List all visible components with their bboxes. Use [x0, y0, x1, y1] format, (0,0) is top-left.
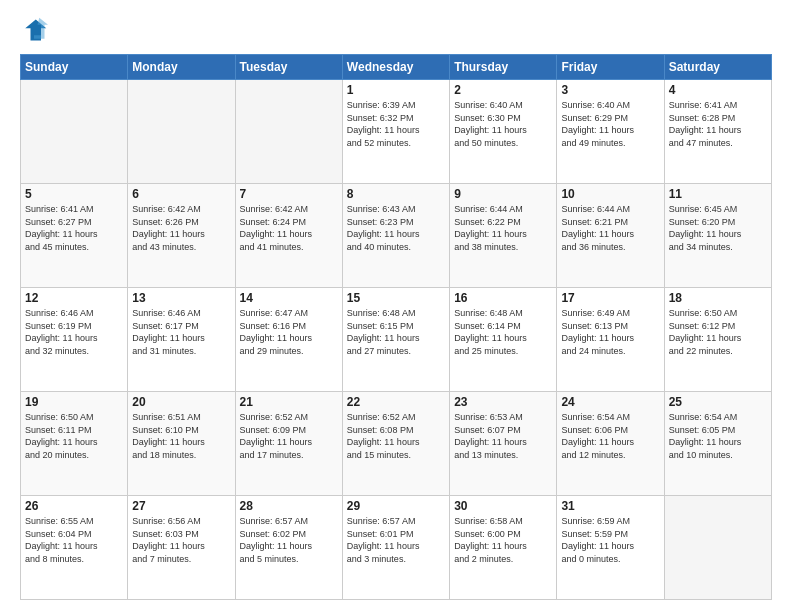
- day-number: 26: [25, 499, 123, 513]
- day-info: Sunrise: 6:49 AM Sunset: 6:13 PM Dayligh…: [561, 307, 659, 357]
- day-info: Sunrise: 6:44 AM Sunset: 6:21 PM Dayligh…: [561, 203, 659, 253]
- day-info: Sunrise: 6:46 AM Sunset: 6:19 PM Dayligh…: [25, 307, 123, 357]
- day-info: Sunrise: 6:57 AM Sunset: 6:01 PM Dayligh…: [347, 515, 445, 565]
- day-info: Sunrise: 6:58 AM Sunset: 6:00 PM Dayligh…: [454, 515, 552, 565]
- day-info: Sunrise: 6:57 AM Sunset: 6:02 PM Dayligh…: [240, 515, 338, 565]
- day-number: 21: [240, 395, 338, 409]
- day-info: Sunrise: 6:40 AM Sunset: 6:29 PM Dayligh…: [561, 99, 659, 149]
- col-header-wednesday: Wednesday: [342, 55, 449, 80]
- day-info: Sunrise: 6:51 AM Sunset: 6:10 PM Dayligh…: [132, 411, 230, 461]
- week-row-3: 12Sunrise: 6:46 AM Sunset: 6:19 PM Dayli…: [21, 288, 772, 392]
- col-header-sunday: Sunday: [21, 55, 128, 80]
- day-number: 2: [454, 83, 552, 97]
- day-info: Sunrise: 6:48 AM Sunset: 6:15 PM Dayligh…: [347, 307, 445, 357]
- day-number: 24: [561, 395, 659, 409]
- col-header-tuesday: Tuesday: [235, 55, 342, 80]
- day-number: 23: [454, 395, 552, 409]
- day-cell: 12Sunrise: 6:46 AM Sunset: 6:19 PM Dayli…: [21, 288, 128, 392]
- day-cell: 19Sunrise: 6:50 AM Sunset: 6:11 PM Dayli…: [21, 392, 128, 496]
- day-cell: 24Sunrise: 6:54 AM Sunset: 6:06 PM Dayli…: [557, 392, 664, 496]
- day-info: Sunrise: 6:41 AM Sunset: 6:28 PM Dayligh…: [669, 99, 767, 149]
- day-number: 9: [454, 187, 552, 201]
- col-header-thursday: Thursday: [450, 55, 557, 80]
- day-number: 11: [669, 187, 767, 201]
- day-number: 10: [561, 187, 659, 201]
- day-info: Sunrise: 6:50 AM Sunset: 6:11 PM Dayligh…: [25, 411, 123, 461]
- week-row-1: 1Sunrise: 6:39 AM Sunset: 6:32 PM Daylig…: [21, 80, 772, 184]
- day-info: Sunrise: 6:54 AM Sunset: 6:05 PM Dayligh…: [669, 411, 767, 461]
- day-info: Sunrise: 6:44 AM Sunset: 6:22 PM Dayligh…: [454, 203, 552, 253]
- day-cell: 21Sunrise: 6:52 AM Sunset: 6:09 PM Dayli…: [235, 392, 342, 496]
- logo-icon: [20, 16, 48, 44]
- day-number: 13: [132, 291, 230, 305]
- day-info: Sunrise: 6:53 AM Sunset: 6:07 PM Dayligh…: [454, 411, 552, 461]
- col-header-saturday: Saturday: [664, 55, 771, 80]
- day-cell: 1Sunrise: 6:39 AM Sunset: 6:32 PM Daylig…: [342, 80, 449, 184]
- day-info: Sunrise: 6:40 AM Sunset: 6:30 PM Dayligh…: [454, 99, 552, 149]
- col-header-friday: Friday: [557, 55, 664, 80]
- day-cell: 14Sunrise: 6:47 AM Sunset: 6:16 PM Dayli…: [235, 288, 342, 392]
- day-number: 28: [240, 499, 338, 513]
- day-info: Sunrise: 6:39 AM Sunset: 6:32 PM Dayligh…: [347, 99, 445, 149]
- day-cell: 9Sunrise: 6:44 AM Sunset: 6:22 PM Daylig…: [450, 184, 557, 288]
- day-cell: 26Sunrise: 6:55 AM Sunset: 6:04 PM Dayli…: [21, 496, 128, 600]
- day-number: 22: [347, 395, 445, 409]
- day-number: 7: [240, 187, 338, 201]
- day-cell: 16Sunrise: 6:48 AM Sunset: 6:14 PM Dayli…: [450, 288, 557, 392]
- day-cell: 29Sunrise: 6:57 AM Sunset: 6:01 PM Dayli…: [342, 496, 449, 600]
- week-row-5: 26Sunrise: 6:55 AM Sunset: 6:04 PM Dayli…: [21, 496, 772, 600]
- day-info: Sunrise: 6:50 AM Sunset: 6:12 PM Dayligh…: [669, 307, 767, 357]
- day-cell: [128, 80, 235, 184]
- day-cell: 2Sunrise: 6:40 AM Sunset: 6:30 PM Daylig…: [450, 80, 557, 184]
- day-number: 27: [132, 499, 230, 513]
- day-cell: 10Sunrise: 6:44 AM Sunset: 6:21 PM Dayli…: [557, 184, 664, 288]
- day-cell: 17Sunrise: 6:49 AM Sunset: 6:13 PM Dayli…: [557, 288, 664, 392]
- day-cell: 30Sunrise: 6:58 AM Sunset: 6:00 PM Dayli…: [450, 496, 557, 600]
- col-header-monday: Monday: [128, 55, 235, 80]
- day-cell: 25Sunrise: 6:54 AM Sunset: 6:05 PM Dayli…: [664, 392, 771, 496]
- week-row-2: 5Sunrise: 6:41 AM Sunset: 6:27 PM Daylig…: [21, 184, 772, 288]
- day-cell: 7Sunrise: 6:42 AM Sunset: 6:24 PM Daylig…: [235, 184, 342, 288]
- day-cell: 3Sunrise: 6:40 AM Sunset: 6:29 PM Daylig…: [557, 80, 664, 184]
- page: SundayMondayTuesdayWednesdayThursdayFrid…: [0, 0, 792, 612]
- day-number: 8: [347, 187, 445, 201]
- day-cell: 27Sunrise: 6:56 AM Sunset: 6:03 PM Dayli…: [128, 496, 235, 600]
- day-info: Sunrise: 6:52 AM Sunset: 6:09 PM Dayligh…: [240, 411, 338, 461]
- day-number: 30: [454, 499, 552, 513]
- header-row: SundayMondayTuesdayWednesdayThursdayFrid…: [21, 55, 772, 80]
- header: [20, 16, 772, 44]
- day-info: Sunrise: 6:46 AM Sunset: 6:17 PM Dayligh…: [132, 307, 230, 357]
- day-cell: [235, 80, 342, 184]
- day-info: Sunrise: 6:59 AM Sunset: 5:59 PM Dayligh…: [561, 515, 659, 565]
- day-cell: 31Sunrise: 6:59 AM Sunset: 5:59 PM Dayli…: [557, 496, 664, 600]
- day-number: 16: [454, 291, 552, 305]
- day-number: 15: [347, 291, 445, 305]
- day-cell: 23Sunrise: 6:53 AM Sunset: 6:07 PM Dayli…: [450, 392, 557, 496]
- day-cell: 15Sunrise: 6:48 AM Sunset: 6:15 PM Dayli…: [342, 288, 449, 392]
- day-info: Sunrise: 6:41 AM Sunset: 6:27 PM Dayligh…: [25, 203, 123, 253]
- day-cell: 22Sunrise: 6:52 AM Sunset: 6:08 PM Dayli…: [342, 392, 449, 496]
- day-info: Sunrise: 6:43 AM Sunset: 6:23 PM Dayligh…: [347, 203, 445, 253]
- day-number: 20: [132, 395, 230, 409]
- day-number: 14: [240, 291, 338, 305]
- day-number: 3: [561, 83, 659, 97]
- day-cell: 8Sunrise: 6:43 AM Sunset: 6:23 PM Daylig…: [342, 184, 449, 288]
- day-cell: 13Sunrise: 6:46 AM Sunset: 6:17 PM Dayli…: [128, 288, 235, 392]
- day-cell: [664, 496, 771, 600]
- day-info: Sunrise: 6:42 AM Sunset: 6:26 PM Dayligh…: [132, 203, 230, 253]
- day-info: Sunrise: 6:47 AM Sunset: 6:16 PM Dayligh…: [240, 307, 338, 357]
- day-cell: 4Sunrise: 6:41 AM Sunset: 6:28 PM Daylig…: [664, 80, 771, 184]
- day-number: 12: [25, 291, 123, 305]
- day-cell: 28Sunrise: 6:57 AM Sunset: 6:02 PM Dayli…: [235, 496, 342, 600]
- day-number: 18: [669, 291, 767, 305]
- day-cell: 6Sunrise: 6:42 AM Sunset: 6:26 PM Daylig…: [128, 184, 235, 288]
- day-info: Sunrise: 6:56 AM Sunset: 6:03 PM Dayligh…: [132, 515, 230, 565]
- day-cell: [21, 80, 128, 184]
- day-number: 19: [25, 395, 123, 409]
- day-info: Sunrise: 6:48 AM Sunset: 6:14 PM Dayligh…: [454, 307, 552, 357]
- day-cell: 20Sunrise: 6:51 AM Sunset: 6:10 PM Dayli…: [128, 392, 235, 496]
- week-row-4: 19Sunrise: 6:50 AM Sunset: 6:11 PM Dayli…: [21, 392, 772, 496]
- day-info: Sunrise: 6:55 AM Sunset: 6:04 PM Dayligh…: [25, 515, 123, 565]
- day-number: 1: [347, 83, 445, 97]
- day-number: 6: [132, 187, 230, 201]
